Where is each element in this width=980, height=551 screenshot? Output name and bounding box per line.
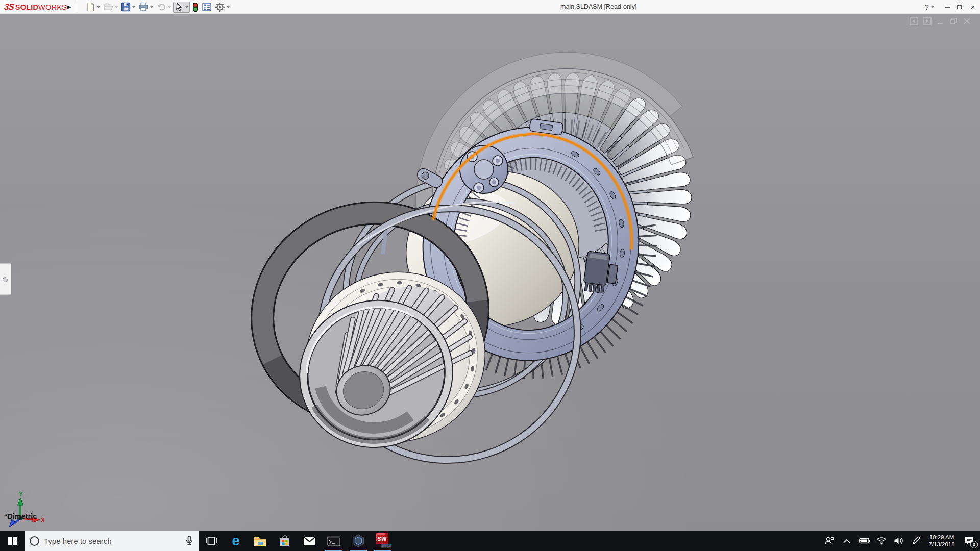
- open-icon: [103, 2, 113, 12]
- taskbar-search[interactable]: [24, 531, 199, 551]
- clock-date: 7/13/2018: [925, 541, 959, 548]
- battery-charging-icon: [858, 537, 870, 544]
- volume-button[interactable]: [890, 531, 908, 551]
- pane-right-icon[interactable]: [923, 17, 932, 25]
- help-button[interactable]: ?: [922, 0, 937, 14]
- select-button[interactable]: [173, 2, 190, 13]
- doc-close-icon[interactable]: [963, 17, 971, 25]
- start-button[interactable]: [0, 531, 24, 551]
- file-explorer-icon: [254, 536, 267, 546]
- task-view-icon: [206, 536, 217, 545]
- minimize-button[interactable]: [942, 0, 953, 14]
- task-view-button[interactable]: [199, 531, 224, 551]
- battery-button[interactable]: [855, 531, 873, 551]
- close-button[interactable]: ×: [967, 0, 979, 14]
- store-button[interactable]: [273, 531, 297, 551]
- solidworks-2017-icon: SW 2017: [375, 533, 390, 548]
- system-tray: 10:29 AM 7/13/2018 2: [821, 531, 980, 551]
- triad-y-label: Y: [19, 491, 23, 498]
- windows-taskbar: e: [0, 531, 980, 551]
- composer-hexagon-icon: [352, 534, 364, 547]
- titlebar: 3S SOLID WORKS ▶: [0, 0, 980, 14]
- edge-icon: e: [232, 534, 239, 548]
- gear-icon: [215, 2, 225, 12]
- feature-panel-tab[interactable]: [0, 263, 11, 295]
- open-button[interactable]: [102, 2, 119, 13]
- solidworks-logo-mark: 3S: [4, 2, 14, 12]
- people-icon: [824, 536, 835, 545]
- print-button[interactable]: [137, 2, 154, 13]
- taskbar-clock[interactable]: 10:29 AM 7/13/2018: [925, 534, 959, 548]
- windows-logo-icon: [8, 537, 17, 545]
- edge-button[interactable]: e: [224, 531, 248, 551]
- document-title: main.SLDASM [Read-only]: [560, 0, 636, 14]
- cortana-icon: [30, 536, 39, 546]
- save-button[interactable]: [120, 2, 136, 13]
- pen-button[interactable]: [908, 531, 925, 551]
- bolt-flange[interactable]: [460, 145, 508, 193]
- solidworks-2017-button[interactable]: SW 2017: [371, 531, 395, 551]
- new-document-button[interactable]: [85, 2, 101, 13]
- panel-tab-handle: [3, 277, 8, 282]
- taskbar-apps: e: [199, 531, 395, 551]
- action-center-button[interactable]: 2: [959, 531, 980, 551]
- notification-badge: 2: [970, 541, 978, 548]
- mail-button[interactable]: [297, 531, 322, 551]
- quick-access-toolbar: [85, 1, 232, 13]
- display-options-button[interactable]: [201, 2, 213, 13]
- pen-icon: [912, 536, 921, 545]
- save-icon: [121, 2, 131, 12]
- doc-minimize-icon[interactable]: [936, 17, 945, 25]
- triad-x-label: X: [41, 517, 45, 524]
- store-icon: [279, 535, 290, 547]
- command-prompt-button[interactable]: [322, 531, 346, 551]
- new-document-icon: [86, 2, 95, 12]
- mail-icon: [303, 536, 316, 546]
- display-options-icon: [202, 2, 212, 12]
- print-icon: [138, 2, 149, 12]
- hidden-icons-button[interactable]: [838, 531, 855, 551]
- volume-icon: [894, 537, 904, 545]
- solidworks-logo-works: WORKS: [38, 3, 67, 11]
- search-input[interactable]: [44, 537, 186, 545]
- people-button[interactable]: [821, 531, 838, 551]
- solidworks-logo: 3S SOLID WORKS: [4, 2, 67, 12]
- settings-gear-button[interactable]: [214, 2, 231, 13]
- select-cursor-icon: [175, 2, 184, 12]
- clock-time: 10:29 AM: [925, 534, 959, 541]
- composer-button[interactable]: [346, 531, 371, 551]
- undo-icon: [156, 2, 166, 12]
- undo-button[interactable]: [155, 2, 172, 13]
- doc-restore-icon[interactable]: [949, 17, 958, 25]
- rebuild-stoplight-button[interactable]: [191, 2, 200, 13]
- wifi-button[interactable]: [873, 531, 890, 551]
- file-explorer-button[interactable]: [248, 531, 273, 551]
- stoplight-icon: [192, 2, 199, 12]
- menu-flyout-arrow-icon[interactable]: ▶: [65, 2, 72, 11]
- viewport-3d-model[interactable]: [0, 14, 980, 531]
- view-orientation-label: *Dimetric: [5, 512, 37, 520]
- toolbar-separator: [77, 1, 77, 13]
- chevron-up-icon: [843, 539, 850, 543]
- solidworks-logo-solid: SOLID: [15, 3, 38, 11]
- restore-button[interactable]: [953, 0, 965, 14]
- command-prompt-icon: [327, 536, 340, 546]
- document-window-controls: [910, 17, 971, 25]
- pane-left-icon[interactable]: [910, 17, 918, 25]
- graphics-viewport[interactable]: Y X *Dimetric: [0, 14, 980, 531]
- wifi-icon: [876, 537, 887, 545]
- microphone-icon[interactable]: [186, 536, 193, 546]
